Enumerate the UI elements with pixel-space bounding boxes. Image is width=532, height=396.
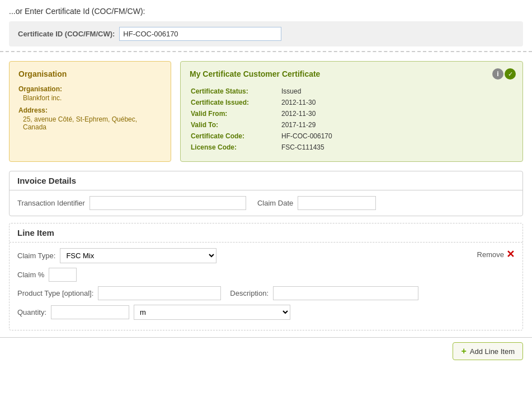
invoice-fields: Transaction Identifier Claim Date [10, 190, 522, 216]
org-card-title: Organisation [18, 69, 162, 78]
claim-type-row: Claim Type: FSC MixFSC 100%FSC RecycledF… [17, 248, 515, 263]
cert-field-value: Issued [281, 86, 512, 96]
line-item-section-title: Line Item [10, 223, 522, 243]
address-label: Address: [18, 106, 162, 114]
plus-icon: + [461, 346, 466, 356]
claim-date-label: Claim Date [257, 199, 293, 207]
cert-field-value: HF-COC-006170 [281, 131, 512, 141]
add-line-label: Add Line Item [470, 347, 515, 356]
description-field: Description: [230, 286, 418, 300]
page-heading: ...or Enter Certificate Id (COC/FM/CW): [9, 7, 523, 16]
claim-type-select[interactable]: FSC MixFSC 100%FSC RecycledFSC Controlle… [60, 248, 216, 263]
cert-field-label: Certificate Code: [191, 131, 280, 141]
address-value: 25, avenue Côté, St-Ephrem, Québec, Cana… [23, 115, 162, 131]
cert-field-label: License Code: [191, 142, 280, 152]
cert-table: Certificate Status:IssuedCertificate Iss… [190, 85, 514, 153]
add-line-item-button[interactable]: + Add Line Item [453, 342, 523, 360]
product-type-label: Product Type [optional]: [17, 289, 93, 297]
description-input[interactable] [273, 286, 418, 300]
claim-pct-field: Claim % [17, 268, 77, 282]
cert-id-input[interactable] [119, 27, 281, 41]
org-card: Organisation Organisation: Blankfort inc… [9, 61, 171, 162]
cert-field-label: Valid From: [191, 109, 280, 119]
claim-pct-label: Claim % [17, 271, 44, 279]
invoice-section-title: Invoice Details [10, 171, 522, 190]
quantity-label: Quantity: [17, 308, 46, 316]
cert-card: My Certificate Customer Certificate i ✓ … [180, 61, 523, 162]
check-icon: ✓ [505, 68, 516, 80]
info-icons: i ✓ [492, 68, 516, 80]
description-label: Description: [230, 289, 269, 297]
table-row: License Code:FSC-C111435 [191, 142, 512, 152]
table-row: Certificate Issued:2012-11-30 [191, 97, 512, 108]
product-type-input[interactable] [98, 286, 221, 300]
remove-button[interactable]: Remove ✕ [477, 248, 515, 260]
cert-id-label: Certificate ID (COC/FM/CW): [18, 30, 115, 38]
info-icon: i [492, 68, 503, 80]
line-item-content: Remove ✕ Claim Type: FSC MixFSC 100%FSC … [10, 243, 522, 330]
transaction-field-group: Transaction Identifier [17, 196, 246, 210]
transaction-input[interactable] [90, 196, 246, 210]
claim-pct-row: Claim % [17, 268, 515, 282]
cert-field-label: Certificate Issued: [191, 97, 280, 108]
product-type-field: Product Type [optional]: [17, 286, 221, 300]
invoice-section: Invoice Details Transaction Identifier C… [9, 171, 523, 216]
table-row: Certificate Status:Issued [191, 86, 512, 96]
unit-select[interactable]: mkglpcs [134, 305, 290, 320]
table-row: Valid To:2017-11-29 [191, 120, 512, 130]
claim-type-label: Claim Type: [17, 251, 55, 260]
cert-field-value: 2017-11-29 [281, 120, 512, 130]
claim-date-input[interactable] [298, 196, 376, 210]
quantity-field: Quantity: mkglpcs [17, 305, 290, 320]
product-desc-row: Product Type [optional]: Description: [17, 286, 515, 300]
quantity-row: Quantity: mkglpcs [17, 305, 515, 320]
org-label: Organisation: [18, 85, 162, 93]
claim-pct-input[interactable] [49, 268, 77, 282]
cert-field-value: 2012-11-30 [281, 97, 512, 108]
cert-field-value: 2012-11-30 [281, 109, 512, 119]
cert-field-value: FSC-C111435 [281, 142, 512, 152]
remove-label: Remove [477, 250, 504, 259]
transaction-label: Transaction Identifier [17, 199, 85, 207]
cert-id-row: Certificate ID (COC/FM/CW): [9, 21, 523, 46]
table-row: Certificate Code:HF-COC-006170 [191, 131, 512, 141]
quantity-input[interactable] [51, 305, 129, 319]
cards-section: Organisation Organisation: Blankfort inc… [0, 52, 532, 171]
claim-type-field: Claim Type: FSC MixFSC 100%FSC RecycledF… [17, 248, 216, 263]
org-value: Blankfort inc. [23, 94, 162, 102]
cert-card-title: My Certificate Customer Certificate [190, 69, 514, 78]
cert-field-label: Certificate Status: [191, 86, 280, 96]
claim-date-field-group: Claim Date [257, 196, 376, 210]
footer-section: + Add Line Item [0, 337, 532, 365]
line-item-section: Line Item Remove ✕ Claim Type: FSC MixFS… [9, 223, 523, 330]
table-row: Valid From:2012-11-30 [191, 109, 512, 119]
top-section: ...or Enter Certificate Id (COC/FM/CW): … [0, 0, 532, 52]
remove-x-icon: ✕ [506, 248, 515, 260]
cert-field-label: Valid To: [191, 120, 280, 130]
